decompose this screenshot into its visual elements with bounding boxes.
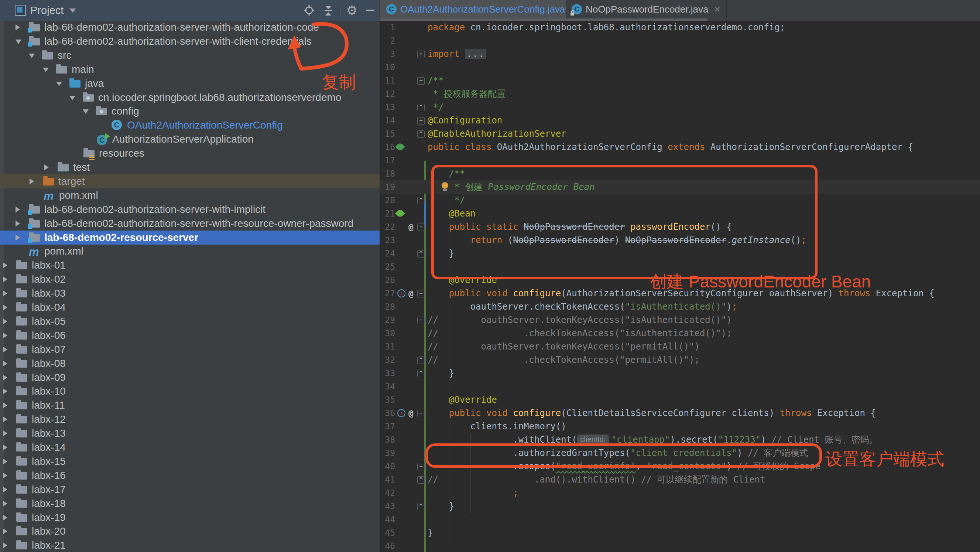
tree-collapsed-icon[interactable] — [3, 262, 7, 268]
fold-marker[interactable]: − — [417, 317, 425, 324]
fold-marker[interactable]: − — [417, 410, 425, 417]
tree-collapsed-icon[interactable] — [3, 276, 7, 282]
tree-item-labx-02[interactable]: labx-02 — [0, 272, 380, 286]
code-line-30[interactable]: // .checkTokenAccess("isAuthenticated()"… — [428, 327, 732, 340]
fold-marker[interactable]: − — [417, 463, 425, 471]
fold-marker[interactable]: − — [417, 290, 425, 297]
tree-item-labx-19[interactable]: labx-19 — [0, 511, 380, 525]
tree-collapsed-icon[interactable] — [16, 220, 20, 227]
tab-NoOpPasswordEncoder.java[interactable]: CNoOpPasswordEncoder.java× — [566, 0, 727, 19]
tree-collapsed-icon[interactable] — [3, 402, 7, 408]
tree-collapsed-icon[interactable] — [3, 375, 7, 381]
code-line-1[interactable]: package cn.iocoder.springboot.lab68.auth… — [428, 21, 785, 34]
code-line-14[interactable]: @Configuration — [428, 114, 502, 127]
tree-collapsed-icon[interactable] — [3, 346, 7, 353]
code-line-41[interactable]: // .and().withClient() // 可以继续配置新的 Clien… — [428, 473, 765, 486]
code-line-45[interactable]: } — [428, 526, 433, 539]
close-icon[interactable]: × — [714, 3, 720, 15]
tree-collapsed-icon[interactable] — [3, 305, 7, 310]
code-line-37[interactable]: clients.inMemory() — [428, 420, 566, 433]
code-line-15[interactable]: @EnableAuthorizationServer — [428, 127, 566, 140]
tree-item-labx-16[interactable]: labx-16 — [0, 469, 380, 483]
project-tree[interactable]: lab-68-demo02-authorization-server-with-… — [0, 21, 380, 552]
tree-item-labx-04[interactable]: labx-04 — [0, 300, 380, 314]
tree-collapsed-icon[interactable] — [3, 290, 7, 296]
tree-collapsed-icon[interactable] — [3, 319, 7, 324]
fold-marker[interactable]: ^ — [417, 250, 425, 257]
tree-item-OAuth2AuthorizationServerConfig[interactable]: COAuth2AuthorizationServerConfig — [0, 118, 380, 132]
tree-collapsed-icon[interactable] — [3, 431, 7, 436]
tree-item-labx-10[interactable]: labx-10 — [0, 384, 380, 398]
tree-collapsed-icon[interactable] — [3, 542, 7, 548]
tree-item-labx-17[interactable]: labx-17 — [0, 483, 380, 496]
tree-item-labx-09[interactable]: labx-09 — [0, 370, 380, 384]
code-line-29[interactable]: // oauthServer.tokenKeyAccess("isAuthent… — [428, 313, 732, 327]
tree-collapsed-icon[interactable] — [16, 207, 20, 212]
tree-expanded-icon[interactable] — [29, 54, 35, 58]
code-line-31[interactable]: // oauthServer.tokenKeyAccess("permitAll… — [428, 340, 700, 353]
collapse-all-icon[interactable] — [322, 5, 334, 16]
tree-item-labx-20[interactable]: labx-20 — [0, 524, 380, 538]
spring-gutter-icon[interactable] — [395, 142, 405, 152]
code-line-43[interactable]: } — [428, 499, 454, 513]
code-line-3[interactable]: import ... — [428, 47, 486, 61]
ovr-gutter-icon[interactable]: ↑ — [397, 409, 406, 417]
tree-expanded-icon[interactable] — [43, 68, 49, 72]
tree-collapsed-icon[interactable] — [3, 361, 7, 367]
at-gutter-icon[interactable]: @ — [408, 407, 414, 420]
fold-marker[interactable]: ^ — [417, 104, 425, 111]
tree-item-labx-03[interactable]: labx-03 — [0, 286, 380, 300]
tree-collapsed-icon[interactable] — [3, 515, 7, 521]
tree-item-labx-18[interactable]: labx-18 — [0, 496, 380, 511]
tree-expanded-icon[interactable] — [69, 96, 75, 100]
ovr-gutter-icon[interactable]: ↑ — [397, 289, 406, 297]
tree-expanded-icon[interactable] — [83, 109, 89, 114]
tree-item-labx-05[interactable]: labx-05 — [0, 314, 380, 329]
tree-item-test[interactable]: test — [0, 160, 380, 174]
tree-item-labx-15[interactable]: labx-15 — [0, 455, 380, 469]
settings-icon[interactable]: ⚙ — [345, 5, 358, 16]
code-line-28[interactable]: oauthServer.checkTokenAccess("isAuthenti… — [428, 300, 737, 313]
fold-marker[interactable]: − — [417, 77, 425, 85]
tree-item-labx-01[interactable]: labx-01 — [0, 258, 380, 272]
tree-item-lab-68-demo02-resource-server[interactable]: lab-68-demo02-resource-server — [0, 231, 380, 245]
tree-collapsed-icon[interactable] — [3, 528, 7, 534]
tree-collapsed-icon[interactable] — [44, 164, 49, 170]
tree-item-lab-68-demo02-authorization-server-with-authorization-code[interactable]: lab-68-demo02-authorization-server-with-… — [0, 21, 380, 34]
tree-item-lab-68-demo02-authorization-server-with-resource-owner-password[interactable]: lab-68-demo02-authorization-server-with-… — [0, 217, 380, 231]
at-gutter-icon[interactable]: @ — [408, 287, 414, 300]
tree-item-target[interactable]: target — [0, 174, 380, 188]
fold-marker[interactable]: ^ — [417, 503, 425, 510]
tree-item-labx-13[interactable]: labx-13 — [0, 426, 380, 440]
tree-item-labx-11[interactable]: labx-11 — [0, 398, 380, 412]
tree-item-AuthorizationServerApplication[interactable]: CAuthorizationServerApplication — [0, 132, 380, 146]
tree-item-config[interactable]: config — [0, 104, 380, 118]
code-line-11[interactable]: /** — [428, 74, 444, 87]
tree-collapsed-icon[interactable] — [3, 487, 7, 493]
tree-expanded-icon[interactable] — [16, 40, 21, 44]
fold-marker[interactable]: ^ — [417, 370, 425, 377]
tree-item-pom.xml[interactable]: mpom.xml — [0, 244, 380, 258]
hide-panel-icon[interactable] — [364, 5, 377, 16]
code-line-36[interactable]: public void configure(ClientDetailsServi… — [428, 407, 876, 420]
tree-item-labx-21[interactable]: labx-21 — [0, 538, 380, 552]
tree-item-labx-08[interactable]: labx-08 — [0, 357, 380, 370]
tree-collapsed-icon[interactable] — [3, 445, 7, 450]
fold-marker[interactable]: ^ — [417, 357, 425, 364]
tree-item-pom.xml[interactable]: mpom.xml — [0, 188, 380, 203]
tree-item-labx-14[interactable]: labx-14 — [0, 440, 380, 455]
tree-collapsed-icon[interactable] — [3, 332, 7, 338]
tree-item-resources[interactable]: resources — [0, 146, 380, 160]
code-line-12[interactable]: * 授权服务器配置 — [428, 87, 506, 101]
tree-collapsed-icon[interactable] — [16, 24, 20, 30]
tree-collapsed-icon[interactable] — [3, 458, 7, 464]
fold-marker[interactable]: ^ — [417, 197, 425, 204]
fold-marker[interactable]: + — [417, 51, 425, 58]
tree-item-lab-68-demo02-authorization-server-with-client-credentials[interactable]: lab-68-demo02-authorization-server-with-… — [0, 34, 380, 48]
tree-expanded-icon[interactable] — [56, 81, 62, 86]
fold-marker[interactable]: ^ — [417, 476, 425, 483]
code-line-16[interactable]: public class OAuth2AuthorizationServerCo… — [428, 140, 913, 154]
tree-item-labx-12[interactable]: labx-12 — [0, 412, 380, 426]
code-line-13[interactable]: */ — [428, 101, 444, 114]
tab-OAuth2AuthorizationServerConfig.java[interactable]: COAuth2AuthorizationServerConfig.java× — [380, 0, 584, 19]
